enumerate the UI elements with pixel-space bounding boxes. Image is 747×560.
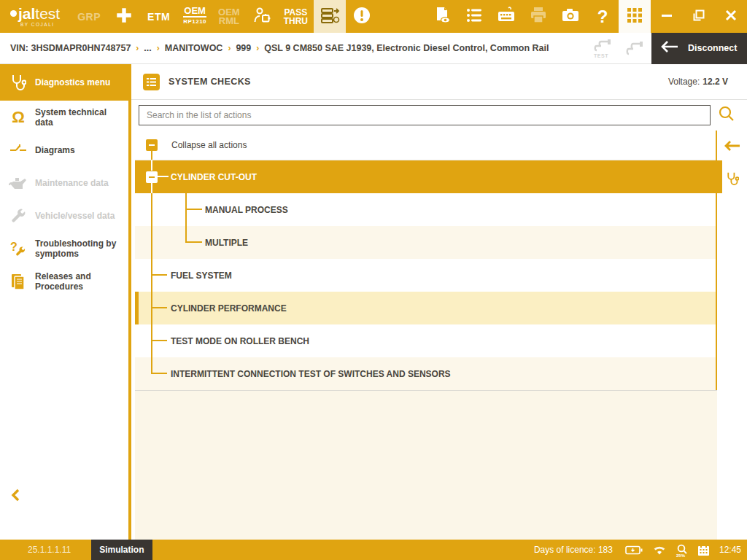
keyboard-icon bbox=[496, 5, 516, 28]
svg-text:?: ? bbox=[10, 241, 18, 253]
print-button bbox=[522, 0, 554, 33]
list-background bbox=[135, 390, 717, 540]
passthru-top: PASS bbox=[284, 8, 308, 17]
list-icon bbox=[465, 6, 484, 28]
battery-icon bbox=[625, 545, 643, 555]
action-row-intermittent-connection-test[interactable]: INTERMITTENT CONNECTION TEST OF SWITCHES… bbox=[135, 357, 716, 390]
collapse-node-icon[interactable] bbox=[146, 171, 158, 183]
breadcrumb-system[interactable]: QSL 9 CM850 SAE J1939, Electronic Diesel… bbox=[264, 43, 549, 53]
action-row-cylinder-cut-out[interactable]: CYLINDER CUT-OUT bbox=[135, 160, 716, 193]
apps-menu-button[interactable] bbox=[619, 0, 651, 33]
sidebar-item-troubleshooting-by-symptoms[interactable]: ? Troubleshooting by symptoms bbox=[0, 232, 128, 265]
search-row bbox=[131, 100, 747, 131]
breadcrumb-separator: › bbox=[136, 43, 139, 53]
passthru-bottom: THRU bbox=[284, 17, 308, 26]
screenshot-button[interactable] bbox=[554, 0, 587, 33]
main-panel: SYSTEM CHECKS Voltage:12.2 V bbox=[131, 64, 747, 540]
connection-manager-button[interactable] bbox=[314, 0, 346, 33]
camera-icon bbox=[560, 5, 581, 28]
voltage-value: 12.2 V bbox=[703, 77, 728, 87]
breadcrumb-make[interactable]: MANITOWOC bbox=[165, 43, 223, 53]
restore-button[interactable] bbox=[683, 0, 715, 33]
diagnostics-panel-icon[interactable] bbox=[726, 171, 739, 189]
selected-row-marker bbox=[717, 160, 722, 193]
collapse-all-icon[interactable] bbox=[146, 139, 158, 151]
search-input[interactable] bbox=[139, 105, 711, 125]
releases-document-icon bbox=[9, 273, 28, 290]
zoom-level-icon[interactable]: 25% bbox=[676, 544, 688, 556]
row-focus-marker bbox=[135, 292, 139, 324]
close-button[interactable] bbox=[715, 0, 747, 33]
oem-rp1210-top: OEM bbox=[183, 7, 206, 18]
back-arrow-button[interactable] bbox=[724, 140, 741, 155]
action-label: CYLINDER PERFORMANCE bbox=[171, 303, 287, 314]
sidebar-item-vehicle-vessel-data: Vehicle/vessel data bbox=[0, 199, 128, 232]
circuit-diagram-icon bbox=[9, 143, 28, 158]
breadcrumb: VIN: 3HSDMAPR0HN748757 › ... › MANITOWOC… bbox=[0, 43, 549, 53]
sidebar-item-label: Diagrams bbox=[35, 145, 75, 155]
minimize-button[interactable] bbox=[651, 0, 683, 33]
collapse-all-label: Collapse all actions bbox=[171, 140, 247, 150]
report-viewer-button[interactable] bbox=[426, 0, 458, 33]
calendar-icon bbox=[697, 544, 710, 556]
jaltest-logo: jal test BY COJALI bbox=[0, 0, 70, 33]
sidebar-item-label: Diagnostics menu bbox=[35, 77, 110, 88]
sidebar-item-label: Troubleshooting by symptoms bbox=[35, 238, 124, 259]
breadcrumb-separator: › bbox=[256, 43, 259, 53]
search-icon bbox=[718, 105, 735, 125]
grp-button: GRP bbox=[70, 0, 108, 33]
action-row-cylinder-performance[interactable]: CYLINDER PERFORMANCE bbox=[135, 292, 716, 324]
zoom-level-value: 25% bbox=[676, 553, 685, 558]
action-label: TEST MODE ON ROLLER BENCH bbox=[171, 336, 309, 346]
breadcrumb-ellipsis[interactable]: ... bbox=[144, 43, 151, 53]
action-row-manual-process[interactable]: MANUAL PROCESS bbox=[135, 193, 716, 226]
logo-dot-icon bbox=[10, 10, 17, 17]
oem-rp1210-button[interactable]: OEM RP1210 bbox=[177, 0, 212, 33]
breadcrumb-vin[interactable]: VIN: 3HSDMAPR0HN748757 bbox=[10, 43, 131, 53]
close-icon bbox=[724, 9, 738, 25]
collapse-all-actions[interactable]: Collapse all actions bbox=[135, 131, 716, 160]
minimize-icon bbox=[661, 9, 673, 24]
action-label: MANUAL PROCESS bbox=[205, 205, 288, 215]
clock-time: 12:45 bbox=[719, 545, 741, 555]
sidebar-item-system-technical-data[interactable]: Ω System technical data bbox=[0, 101, 128, 133]
technician-button[interactable] bbox=[246, 0, 278, 33]
alerts-button[interactable] bbox=[346, 0, 378, 33]
omega-icon: Ω bbox=[9, 110, 28, 125]
search-button[interactable] bbox=[711, 105, 743, 125]
plus-icon bbox=[115, 6, 133, 28]
sidebar-item-releases-and-procedures[interactable]: Releases and Procedures bbox=[0, 265, 128, 298]
oem-rml-button: OEM RML bbox=[212, 0, 246, 33]
status-bar: 25.1.1.1.11 Simulation Days of licence: … bbox=[0, 540, 747, 560]
jaltest-cable-test-disabled: TEST bbox=[590, 39, 612, 58]
grp-label: GRP bbox=[70, 11, 108, 23]
action-label: MULTIPLE bbox=[205, 238, 248, 248]
breadcrumb-model[interactable]: 999 bbox=[236, 43, 251, 53]
main-header: SYSTEM CHECKS Voltage:12.2 V bbox=[131, 64, 747, 100]
help-button[interactable]: ? bbox=[587, 0, 619, 33]
page-title: SYSTEM CHECKS bbox=[169, 77, 251, 87]
passthru-button[interactable]: PASS THRU bbox=[278, 0, 314, 33]
top-toolbar: jal test BY COJALI GRP ETM OEM RP1210 OE… bbox=[0, 0, 747, 33]
keyboard-language-button[interactable] bbox=[490, 0, 522, 33]
action-row-fuel-system[interactable]: FUEL SYSTEM bbox=[135, 259, 716, 292]
voltage-label: Voltage: bbox=[668, 77, 700, 87]
stethoscope-icon bbox=[9, 74, 28, 91]
action-row-multiple[interactable]: MULTIPLE bbox=[135, 226, 716, 259]
technician-puzzle-icon bbox=[252, 5, 272, 28]
action-list-button[interactable] bbox=[458, 0, 490, 33]
collapse-sidebar-button[interactable] bbox=[10, 489, 20, 505]
etm-label: ETM bbox=[140, 11, 177, 23]
server-connection-icon bbox=[320, 5, 340, 28]
sidebar-item-diagnostics-menu[interactable]: Diagnostics menu bbox=[0, 64, 128, 101]
add-vehicle-button[interactable] bbox=[108, 0, 140, 33]
etm-button[interactable]: ETM bbox=[140, 0, 177, 33]
disconnect-button[interactable]: Disconnect bbox=[651, 33, 747, 64]
jaltest-cable-disabled bbox=[622, 39, 644, 57]
document-eye-icon bbox=[433, 6, 452, 28]
action-row-test-mode-on-roller-bench[interactable]: TEST MODE ON ROLLER BENCH bbox=[135, 324, 716, 357]
sidebar-item-label: Vehicle/vessel data bbox=[35, 211, 115, 221]
sidebar-item-diagrams[interactable]: Diagrams bbox=[0, 133, 128, 166]
action-label: FUEL SYSTEM bbox=[171, 271, 232, 281]
logo-subtitle: BY COJALI bbox=[20, 22, 55, 27]
